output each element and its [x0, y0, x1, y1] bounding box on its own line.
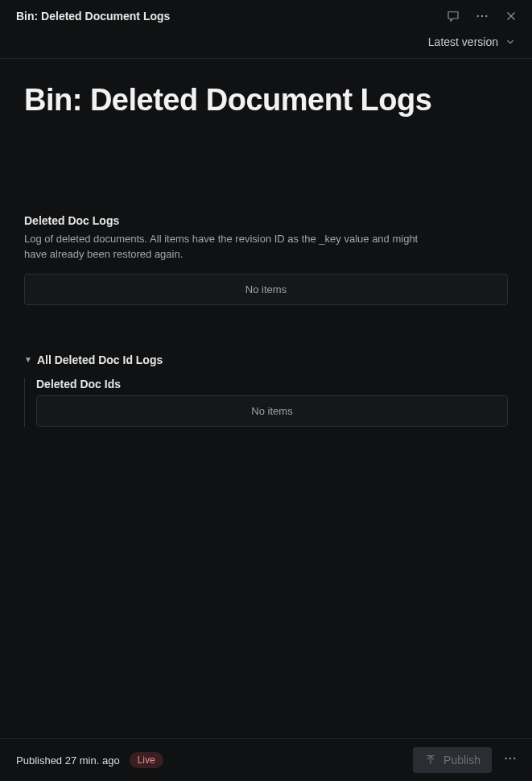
empty-list-box[interactable]: No items: [36, 395, 508, 427]
section-all-deleted-doc-id-logs: ▼ All Deleted Doc Id Logs Deleted Doc Id…: [24, 353, 508, 427]
footer-more-icon[interactable]: [500, 748, 521, 772]
document-breadcrumb-title: Bin: Deleted Document Logs: [16, 10, 170, 23]
section-deleted-doc-logs: Deleted Doc Logs Log of deleted document…: [24, 214, 508, 305]
svg-point-5: [513, 758, 515, 759]
collapse-label: All Deleted Doc Id Logs: [37, 353, 163, 366]
footer-status: Published 27 min. ago Live: [16, 752, 163, 768]
field-description: Log of deleted documents. All items have…: [24, 232, 427, 262]
version-label: Latest version: [428, 35, 498, 48]
document-content: Bin: Deleted Document Logs Deleted Doc L…: [0, 59, 532, 738]
footer-bar: Published 27 min. ago Live Publish: [0, 738, 532, 781]
svg-point-1: [481, 15, 483, 17]
field-label: Deleted Doc Ids: [36, 378, 508, 390]
publish-arrow-icon: [424, 754, 437, 767]
svg-point-3: [505, 758, 507, 759]
svg-point-4: [509, 758, 511, 759]
more-menu-icon[interactable]: [474, 8, 490, 24]
svg-point-0: [477, 15, 479, 17]
page-title: Bin: Deleted Document Logs: [24, 83, 508, 118]
collapse-toggle[interactable]: ▼ All Deleted Doc Id Logs: [24, 353, 508, 366]
publish-button[interactable]: Publish: [413, 747, 492, 773]
svg-point-2: [485, 15, 487, 17]
field-label: Deleted Doc Logs: [24, 214, 508, 227]
live-status-badge: Live: [130, 752, 163, 768]
publish-button-label: Publish: [443, 754, 480, 767]
footer-actions: Publish: [413, 747, 521, 773]
caret-down-icon: ▼: [24, 355, 32, 364]
chevron-down-icon: [505, 36, 516, 48]
empty-list-box[interactable]: No items: [24, 274, 508, 305]
version-bar[interactable]: Latest version: [0, 31, 532, 59]
topbar: Bin: Deleted Document Logs: [0, 0, 532, 31]
close-icon[interactable]: [503, 8, 519, 24]
comments-icon[interactable]: [445, 8, 461, 24]
published-timestamp: Published 27 min. ago: [16, 754, 120, 767]
nested-field: Deleted Doc Ids No items: [24, 378, 508, 427]
topbar-actions: [445, 8, 519, 24]
